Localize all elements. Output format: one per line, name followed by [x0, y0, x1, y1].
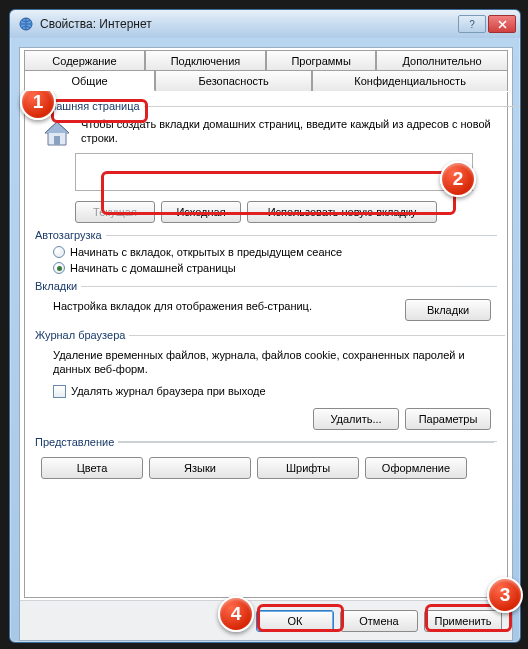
group-startup: Автозагрузка Начинать с вкладок, открыты… — [35, 229, 497, 276]
group-home: Домашняя страница Чтобы создать вкладки … — [35, 100, 497, 223]
check-delete-label: Удалять журнал браузера при выходе — [71, 385, 266, 397]
group-history-label: Журнал браузера — [35, 329, 125, 341]
tab-security[interactable]: Безопасность — [155, 70, 312, 91]
dialog-button-bar: ОК Отмена Применить — [20, 600, 512, 640]
titlebar: Свойства: Интернет ? — [10, 10, 520, 38]
tab-general[interactable]: Общие — [24, 70, 155, 91]
btn-accessibility[interactable]: Оформление — [365, 457, 467, 479]
tabs-description: Настройка вкладок для отображения веб-ст… — [53, 299, 312, 313]
close-button[interactable] — [488, 15, 516, 33]
radio-icon — [53, 246, 65, 258]
btn-languages[interactable]: Языки — [149, 457, 251, 479]
close-icon — [498, 20, 507, 29]
apply-button[interactable]: Применить — [424, 610, 502, 632]
internet-options-icon — [18, 16, 34, 32]
radio-start-home-label: Начинать с домашней страницы — [70, 262, 236, 274]
group-history: Журнал браузера Удаление временных файло… — [35, 329, 497, 432]
btn-history-settings[interactable]: Параметры — [405, 408, 491, 430]
btn-use-current[interactable]: Текущая — [75, 201, 155, 223]
svg-rect-1 — [54, 136, 60, 145]
tab-strip: Содержание Подключения Программы Дополни… — [24, 50, 508, 92]
group-tabs: Вкладки Настройка вкладок для отображени… — [35, 280, 497, 325]
tab-programs[interactable]: Программы — [266, 50, 376, 71]
dialog-body: Содержание Подключения Программы Дополни… — [19, 47, 513, 641]
btn-tabs-settings[interactable]: Вкладки — [405, 299, 491, 321]
group-appearance-label: Представление — [35, 436, 114, 448]
checkbox-icon — [53, 385, 66, 398]
home-description: Чтобы создать вкладки домашних страниц, … — [81, 117, 497, 146]
btn-delete-history[interactable]: Удалить... — [313, 408, 399, 430]
history-description: Удаление временных файлов, журнала, файл… — [35, 344, 497, 383]
btn-use-newtab[interactable]: Использовать новую вкладку — [247, 201, 437, 223]
tab-advanced[interactable]: Дополнительно — [376, 50, 508, 71]
radio-start-tabs-label: Начинать с вкладок, открытых в предыдуще… — [70, 246, 342, 258]
btn-use-default[interactable]: Исходная — [161, 201, 241, 223]
tab-connections[interactable]: Подключения — [145, 50, 266, 71]
tab-content-general: Домашняя страница Чтобы создать вкладки … — [24, 92, 508, 598]
check-delete-on-exit[interactable]: Удалять журнал браузера при выходе — [35, 383, 497, 400]
radio-start-home[interactable]: Начинать с домашней страницы — [35, 260, 497, 276]
group-startup-label: Автозагрузка — [35, 229, 102, 241]
home-url-input[interactable] — [75, 153, 473, 191]
btn-fonts[interactable]: Шрифты — [257, 457, 359, 479]
ok-button[interactable]: ОК — [256, 610, 334, 632]
window-title: Свойства: Интернет — [40, 17, 458, 31]
radio-icon — [53, 262, 65, 274]
group-home-label: Домашняя страница — [35, 100, 140, 112]
tab-content[interactable]: Содержание — [24, 50, 145, 71]
tab-privacy[interactable]: Конфиденциальность — [312, 70, 508, 91]
group-appearance: Представление Цвета Языки Шрифты Оформле… — [35, 436, 497, 479]
radio-start-tabs[interactable]: Начинать с вкладок, открытых в предыдуще… — [35, 244, 497, 260]
cancel-button[interactable]: Отмена — [340, 610, 418, 632]
group-tabs-label: Вкладки — [35, 280, 77, 292]
btn-colors[interactable]: Цвета — [41, 457, 143, 479]
help-button[interactable]: ? — [458, 15, 486, 33]
home-icon — [41, 117, 73, 149]
